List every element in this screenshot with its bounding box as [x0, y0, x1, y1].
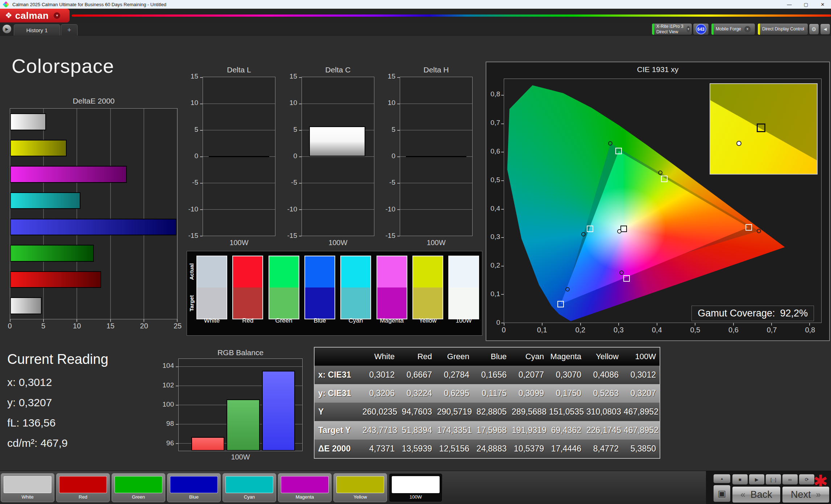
meter-dropdown[interactable]: X-Rite i1Pro 3 Direct View ▼: [652, 23, 692, 35]
gridline: [203, 130, 275, 130]
delta-l-x-label: 100W: [203, 239, 275, 247]
table-row-y-cie31: y: CIE310,32060,32240,62950,11750,30990,…: [315, 384, 660, 403]
collapse-panel-button[interactable]: ◀: [820, 24, 830, 35]
y-tick-label: 0,5: [491, 176, 500, 184]
pattern-button-cyan[interactable]: Cyan: [223, 473, 276, 502]
step-button[interactable]: [··]: [765, 474, 781, 485]
deltae-bar-100w: [10, 113, 46, 130]
rgb-bar-blue: [262, 371, 295, 451]
y-tick-label: 104: [162, 362, 174, 370]
gridline: [177, 109, 178, 319]
chevron-down-icon: ▼: [54, 12, 60, 19]
gridline: [203, 209, 275, 210]
deltae-bar-blue: [10, 219, 176, 235]
minimize-button[interactable]: —: [781, 0, 798, 9]
table-header-cell: 100W: [624, 352, 661, 361]
chevron-down-icon: ▼: [807, 26, 808, 32]
table-cell: 243,7713: [362, 425, 400, 435]
gridline: [400, 209, 472, 210]
calman-logo-icon: ❖: [5, 11, 12, 20]
table-cell: 24,8883: [474, 444, 512, 454]
target-marker-red: [745, 224, 752, 231]
pattern-button-magenta[interactable]: Magenta: [278, 473, 332, 502]
pattern-button-blue[interactable]: Blue: [167, 473, 221, 502]
y-tick-label: 5: [293, 126, 297, 134]
axis-tick: [200, 77, 203, 78]
table-cell: 0,1656: [474, 370, 512, 380]
axis-tick: [397, 104, 400, 104]
close-button[interactable]: ✕: [814, 0, 831, 9]
pattern-window-button[interactable]: ▣: [713, 485, 731, 502]
y-tick-label: -15: [386, 232, 395, 240]
settings-button[interactable]: ⚙: [809, 24, 819, 35]
table-cell: 151,0535: [549, 407, 586, 417]
pattern-window-up-button[interactable]: ▲: [713, 474, 731, 483]
measured-marker-magenta: [619, 270, 624, 275]
x-tick-label: 25: [174, 322, 182, 330]
add-tab-button[interactable]: +: [61, 24, 78, 35]
axis-tick: [397, 130, 400, 131]
pattern-button-red[interactable]: Red: [56, 473, 110, 502]
target-swatch-cyan: [341, 287, 370, 319]
y-tick-label: 0,6: [491, 147, 500, 155]
table-cell: 10,5379: [512, 444, 549, 454]
table-cell: 4,7371: [362, 444, 400, 454]
y-tick-label: 5: [391, 126, 395, 134]
y-tick-label: 0: [194, 152, 198, 160]
x-tick-label: 0,4: [652, 326, 662, 334]
deltae-bar-magenta: [10, 166, 127, 182]
measured-marker-green: [608, 141, 612, 146]
axis-tick: [43, 319, 44, 322]
play-button[interactable]: ▶: [749, 474, 765, 485]
axis-tick: [176, 443, 178, 444]
calman-menu-button[interactable]: ❖ calman ▼: [0, 9, 70, 22]
tab-history-1[interactable]: History 1: [14, 24, 60, 35]
chevron-down-icon: ▼: [687, 26, 690, 32]
pattern-button-yellow[interactable]: Yellow: [333, 473, 387, 502]
table-header-cell: Green: [437, 352, 474, 361]
delta-h-title: Delta H: [400, 66, 473, 74]
table-cell: 0,6667: [400, 370, 437, 380]
play-icon: ▶: [755, 477, 759, 482]
pattern-button-label: Green: [132, 494, 145, 500]
stop-button[interactable]: ■: [732, 474, 748, 485]
tab-scroll-button[interactable]: ▶: [2, 24, 12, 34]
pattern-button-white[interactable]: White: [1, 473, 54, 502]
actual-swatch-cyan: [341, 256, 370, 287]
refresh-button[interactable]: ⟳: [799, 474, 815, 485]
pattern-button-label: 100W: [410, 494, 422, 500]
y-tick-label: 98: [166, 420, 174, 428]
target-swatch-magenta: [377, 287, 407, 319]
table-cell: 51,8394: [400, 425, 437, 435]
cie-x-axis: 00,10,20,30,40,50,60,70,8: [504, 326, 822, 335]
current-reading-y: y: 0,3207: [7, 396, 52, 409]
back-button[interactable]: « Back: [732, 486, 781, 503]
delta-h-x-label: 100W: [400, 239, 473, 247]
pattern-button-100w[interactable]: 100W: [389, 473, 442, 502]
pattern-button-green[interactable]: Green: [112, 473, 165, 502]
target-marker-yellow: [661, 176, 668, 182]
actual-swatch-100w: [449, 256, 478, 287]
continuous-button[interactable]: ∞: [782, 474, 798, 485]
delta-l-y-axis: 151050-5-10-15: [184, 77, 201, 236]
rgb-bar-red: [191, 437, 224, 451]
source-dropdown[interactable]: Mobile Forge ▼: [711, 23, 755, 35]
window-title: Calman 2025 Calman Ultimate for Business…: [12, 2, 166, 7]
pattern-button-label: Magenta: [296, 494, 314, 500]
next-button[interactable]: Next »: [782, 486, 830, 503]
swatch-column-magenta: [377, 256, 407, 319]
x-tick-label: 15: [107, 322, 115, 330]
current-reading-x: x: 0,3012: [7, 376, 52, 388]
axis-tick: [299, 236, 302, 236]
table-cell: 0,3206: [362, 388, 400, 398]
source-name: Mobile Forge: [714, 26, 743, 32]
table-row-label: Y: [315, 407, 362, 417]
maximize-button[interactable]: ▢: [798, 0, 814, 9]
y-tick-label: 10: [290, 99, 297, 107]
tab-bar: ▶ History 1 + X-Rite i1Pro 3 Direct View…: [0, 22, 831, 35]
display-control-dropdown[interactable]: Direct Display Control ▼: [757, 23, 808, 35]
meter-badge-button[interactable]: 643: [693, 23, 709, 35]
delta-c-title: Delta C: [302, 66, 374, 74]
deltae-bar-white: [10, 297, 42, 314]
swatch-column-yellow: [412, 256, 443, 319]
